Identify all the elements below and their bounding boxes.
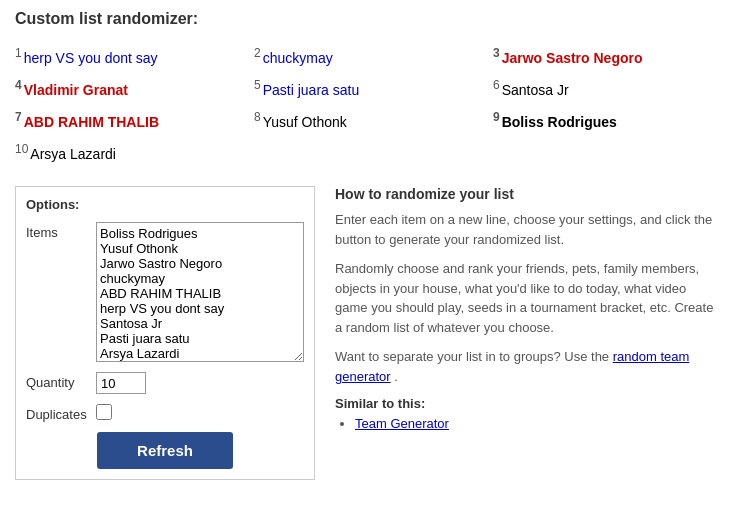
- duplicates-label: Duplicates: [26, 404, 96, 422]
- result-item: 5Pasti juara satu: [254, 75, 483, 103]
- result-item: 2chuckymay: [254, 43, 483, 71]
- quantity-label: Quantity: [26, 372, 96, 390]
- result-item: 1herp VS you dont say: [15, 43, 244, 71]
- result-item: 7ABD RAHIM THALIB: [15, 107, 244, 135]
- results-grid: 1herp VS you dont say2chuckymay3Jarwo Sa…: [15, 43, 722, 166]
- options-title: Options:: [26, 197, 304, 212]
- result-item: 6Santosa Jr: [493, 75, 722, 103]
- random-text-3: .: [394, 369, 398, 384]
- random-text-2: Want to separate your list in to groups?…: [335, 349, 609, 364]
- page-title: Custom list randomizer:: [15, 10, 722, 28]
- result-item: 8Yusuf Othonk: [254, 107, 483, 135]
- how-text: Enter each item on a new line, choose yo…: [335, 210, 722, 249]
- duplicates-checkbox[interactable]: [96, 404, 112, 420]
- quantity-input[interactable]: [96, 372, 146, 394]
- similar-title: Similar to this:: [335, 396, 722, 411]
- quantity-row: Quantity: [26, 372, 304, 394]
- result-item: 10Arsya Lazardi: [15, 139, 244, 167]
- similar-list: Team Generator: [335, 416, 722, 431]
- items-label: Items: [26, 222, 96, 240]
- result-item: 9Boliss Rodrigues: [493, 107, 722, 135]
- random-text: Randomly choose and rank your friends, p…: [335, 259, 722, 337]
- team-generator-text: Want to separate your list in to groups?…: [335, 347, 722, 386]
- similar-item: Team Generator: [355, 416, 722, 431]
- items-textarea[interactable]: [96, 222, 304, 362]
- info-panel: How to randomize your list Enter each it…: [335, 186, 722, 431]
- main-content: Options: Items Quantity Duplicates Refre…: [15, 186, 722, 480]
- items-row: Items: [26, 222, 304, 362]
- result-item: 4Vladimir Granat: [15, 75, 244, 103]
- options-panel: Options: Items Quantity Duplicates Refre…: [15, 186, 315, 480]
- duplicates-row: Duplicates: [26, 404, 304, 422]
- result-item: 3Jarwo Sastro Negoro: [493, 43, 722, 71]
- similar-link[interactable]: Team Generator: [355, 416, 449, 431]
- how-title: How to randomize your list: [335, 186, 722, 202]
- refresh-button[interactable]: Refresh: [97, 432, 233, 469]
